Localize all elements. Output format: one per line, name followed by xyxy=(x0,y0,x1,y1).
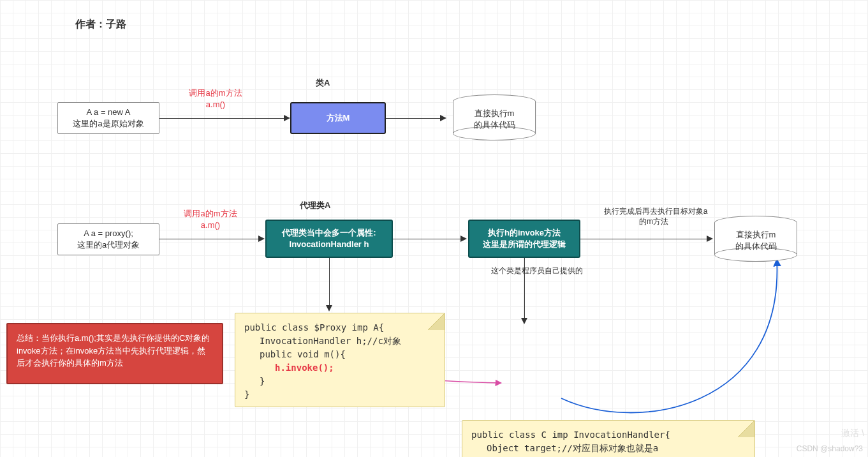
edge-row2-lbl-bot: a.m() xyxy=(172,220,249,231)
classA-title: 类A xyxy=(316,78,330,89)
arrow-row2-2-head xyxy=(460,236,467,242)
arrow-row1-2-head xyxy=(440,115,446,121)
note1-l2: InvocationHandler h;//c对象 xyxy=(244,334,436,348)
cylinder-exec-m-1: 直接执行m 的具体代码 xyxy=(453,94,536,140)
box-proxy-handler: 代理类当中会多一个属性: InvocationHandler h xyxy=(265,220,393,258)
box-proxy-a-l2: 这里的a代理对象 xyxy=(77,239,140,251)
arrow-row2-1-head xyxy=(258,236,265,242)
note-proxy-code: public class $Proxy imp A{ InvocationHan… xyxy=(235,313,445,407)
box-proxy-handler-l1: 代理类当中会多一个属性: xyxy=(282,227,376,239)
box-method-m: 方法M xyxy=(290,102,386,134)
box-new-a-l2: 这里的a是原始对象 xyxy=(73,118,143,130)
note1-l5: } xyxy=(244,375,436,388)
arrow-row2-1 xyxy=(159,239,259,239)
note1-l6: } xyxy=(244,388,436,401)
edge-row1-lbl-bot: a.m() xyxy=(177,100,254,110)
edge-row2-lbl-top: 调用a的m方法 xyxy=(172,209,249,220)
box-invoke-h-l2: 这里是所谓的代理逻辑 xyxy=(483,239,566,250)
box-invoke-h: 执行h的invoke方法 这里是所谓的代理逻辑 xyxy=(468,220,580,258)
box-proxy-a: A a = proxy(); 这里的a代理对象 xyxy=(57,223,159,255)
box-new-a-l1: A a = new A xyxy=(86,107,130,118)
note1-l3: public void m(){ xyxy=(244,348,436,361)
cyl2-l1: 直接执行m xyxy=(736,229,776,241)
arrow-proxy-down xyxy=(329,258,330,306)
summary-box: 总结：当你执行a.m();其实是先执行你提供的C对象的invoke方法；在inv… xyxy=(6,323,223,384)
arrow-invoke-down-head xyxy=(521,318,527,324)
proxyA-title: 代理类A xyxy=(300,200,330,211)
arrow-row1-1-head xyxy=(284,115,290,121)
box-method-m-text: 方法M xyxy=(327,112,350,124)
cyl2-l2: 的具体代码 xyxy=(735,241,777,252)
arrow-row2-3-head xyxy=(707,236,713,242)
note1-l1: public class $Proxy imp A{ xyxy=(244,321,436,334)
box-proxy-a-l1: A a = proxy(); xyxy=(84,228,133,239)
cylinder-exec-m-2: 直接执行m 的具体代码 xyxy=(714,216,797,262)
note2-l1: public class C imp InvocationHandler{ xyxy=(471,428,746,442)
arrow-row2-2 xyxy=(393,239,462,239)
box-proxy-handler-l2: InvocationHandler h xyxy=(290,239,369,250)
author-label: 作者：子路 xyxy=(75,18,126,31)
box-new-a: A a = new A 这里的a是原始对象 xyxy=(57,102,159,134)
watermark: CSDN @shadow?3 xyxy=(797,444,863,453)
box-invoke-h-l1: 执行h的invoke方法 xyxy=(488,227,561,239)
cyl1-l2: 的具体代码 xyxy=(474,119,515,131)
arrow-proxy-down-head xyxy=(326,305,332,311)
watermark-activate: 激活 \ xyxy=(841,428,864,439)
cyl1-l1: 直接执行m xyxy=(474,108,515,119)
arrow-row2-3 xyxy=(580,239,708,239)
note1-l4: h.invoke(); xyxy=(244,361,436,375)
note-c-code: public class C imp InvocationHandler{ Ob… xyxy=(462,420,755,457)
edge-row1-lbl-top: 调用a的m方法 xyxy=(177,88,254,99)
note2-l2: Object target;//对应目标对象也就是a xyxy=(471,442,746,455)
edge-row2-3-top: 执行完成后再去执行目标对象a xyxy=(592,207,719,217)
arrow-row1-1 xyxy=(159,118,284,119)
arrow-row1-2 xyxy=(386,118,440,119)
provided-note: 这个类是程序员自己提供的 xyxy=(491,266,583,276)
edge-row2-3-bot: 的m方法 xyxy=(612,217,695,227)
